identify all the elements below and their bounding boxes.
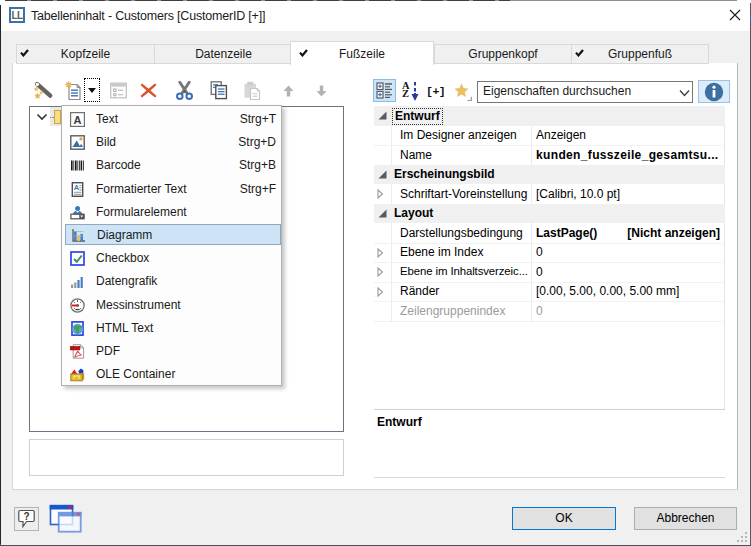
svg-text:A: A	[74, 114, 82, 126]
svg-text:?: ?	[24, 511, 30, 522]
svg-text:A: A	[74, 183, 80, 192]
